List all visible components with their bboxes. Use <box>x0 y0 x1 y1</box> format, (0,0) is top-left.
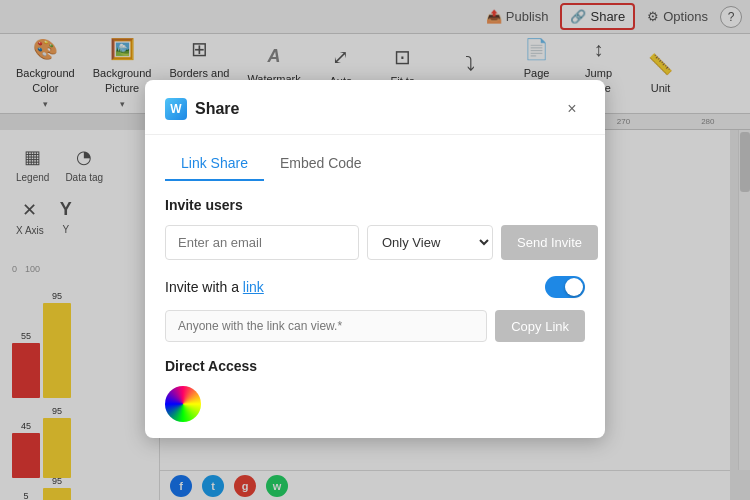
link-input[interactable] <box>165 310 487 342</box>
link-section-title: Invite with a link <box>165 279 264 295</box>
modal-tabs: Link Share Embed Code <box>145 135 605 181</box>
toggle-knob <box>565 278 583 296</box>
direct-access-section: Direct Access <box>165 358 585 422</box>
copy-link-label: Copy Link <box>511 319 569 334</box>
tab-link-share-label: Link Share <box>181 155 248 171</box>
modal-logo: W <box>165 98 187 120</box>
invite-row: Only View Can Edit Can Comment Send Invi… <box>165 225 585 260</box>
invite-with-a-text: Invite with a <box>165 279 243 295</box>
link-word: link <box>243 279 264 295</box>
modal-body: Invite users Only View Can Edit Can Comm… <box>145 181 605 438</box>
tab-embed-code-label: Embed Code <box>280 155 362 171</box>
send-invite-button[interactable]: Send Invite <box>501 225 598 260</box>
email-input[interactable] <box>165 225 359 260</box>
share-modal: W Share × Link Share Embed Code Invite u… <box>145 80 605 438</box>
link-input-row: Copy Link <box>165 310 585 342</box>
send-invite-label: Send Invite <box>517 235 582 250</box>
copy-link-button[interactable]: Copy Link <box>495 310 585 342</box>
permission-select[interactable]: Only View Can Edit Can Comment <box>367 225 493 260</box>
modal-close-button[interactable]: × <box>559 96 585 122</box>
modal-title: Share <box>195 100 239 118</box>
invite-users-title: Invite users <box>165 197 585 213</box>
user-avatar <box>165 386 201 422</box>
modal-header: W Share × <box>145 80 605 135</box>
close-icon: × <box>567 100 576 118</box>
link-header: Invite with a link <box>165 276 585 298</box>
tab-embed-code[interactable]: Embed Code <box>264 147 378 181</box>
modal-title-row: W Share <box>165 98 239 120</box>
direct-access-title: Direct Access <box>165 358 585 374</box>
link-toggle[interactable] <box>545 276 585 298</box>
link-section: Invite with a link Copy Link <box>165 276 585 342</box>
tab-link-share[interactable]: Link Share <box>165 147 264 181</box>
modal-logo-text: W <box>170 102 181 116</box>
modal-overlay: W Share × Link Share Embed Code Invite u… <box>0 0 750 500</box>
